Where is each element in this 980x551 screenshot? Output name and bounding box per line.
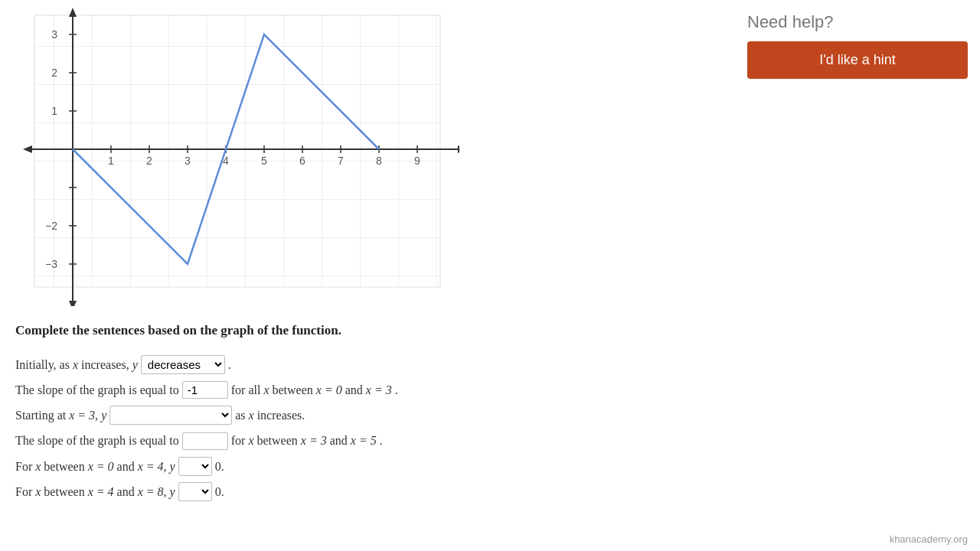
sentence-6: For x between x = 4 and x = 8, y < > = ≤… [15,481,704,502]
question-title: Complete the sentences based on the grap… [15,320,704,342]
s5-eq1: x = 0 [88,456,114,477]
s4-and: and [330,430,348,451]
s3-as: as [235,405,245,425]
s4-suffix: for [231,430,246,451]
svg-marker-6 [69,8,77,17]
svg-text:−2: −2 [45,220,57,232]
s2-slope-input[interactable] [182,381,228,399]
s5-eq2: x = 4, [138,456,167,477]
sentence-1: Initially, as x increases, y decreases i… [15,354,704,375]
s6-prefix: For [15,481,32,502]
s3-y: y [101,405,106,425]
s4-period: . [380,430,383,451]
s3-eq: x = 3, [69,405,98,425]
s2-x: x [263,380,269,400]
s3-prefix: Starting at [15,405,66,425]
function-graph: x 3 2 1 −2 −3 1 2 [15,8,459,306]
svg-text:−3: −3 [45,258,57,270]
s5-and: and [117,456,135,477]
s4-slope-input[interactable] [182,432,228,450]
svg-text:7: 7 [338,155,344,167]
s6-zero: 0. [215,481,224,502]
svg-text:3: 3 [185,155,191,167]
s6-between: between [44,481,84,502]
s1-x: x [73,354,78,375]
sentence-2: The slope of the graph is equal to for a… [15,380,704,400]
s2-period: . [395,380,398,400]
s6-x: x [35,481,41,502]
sentence-4: The slope of the graph is equal to for x… [15,430,704,451]
svg-text:2: 2 [51,67,57,79]
s5-zero: 0. [215,456,224,477]
sentence-5: For x between x = 0 and x = 4, y < > = ≤… [15,456,704,477]
s4-between: between [256,430,297,451]
s5-x: x [35,456,41,477]
s5-between: between [44,456,84,477]
s4-prefix: The slope of the graph is equal to [15,430,179,451]
svg-marker-4 [23,145,32,153]
hint-button[interactable]: I'd like a hint [747,41,968,79]
s1-behavior-dropdown[interactable]: decreases increases stays at [141,355,225,374]
s2-and: and [345,380,363,400]
s2-suffix: for all [231,380,261,400]
s4-eq2: x = 5 [351,430,377,451]
help-panel: Need help? I'd like a hint [735,0,980,91]
s1-y: y [132,354,138,375]
s1-middle: increases, [81,354,129,375]
s5-prefix: For [15,456,32,477]
s1-suffix: . [228,354,231,375]
s6-and: and [117,481,135,502]
s5-compare-dropdown[interactable]: < > = ≤ ≥ [178,457,212,476]
s1-prefix: Initially, as [15,354,70,375]
sentence-3: Starting at x = 3, y decreases increases… [15,405,704,425]
svg-text:1: 1 [108,155,114,167]
svg-text:2: 2 [146,155,152,167]
help-title: Need help? [747,12,968,32]
s2-eq1: x = 0 [316,380,342,400]
svg-text:5: 5 [261,155,267,167]
svg-text:9: 9 [414,155,420,167]
s2-between: between [272,380,312,400]
watermark: khanacademy.org [890,533,968,545]
svg-marker-3 [458,145,459,153]
svg-marker-7 [69,301,77,306]
svg-text:3: 3 [51,28,57,41]
s6-y: y [170,481,175,502]
s3-increases: increases. [257,405,305,425]
s6-eq1: x = 4 [88,481,114,502]
svg-text:8: 8 [376,155,382,167]
svg-text:1: 1 [51,105,57,117]
s6-eq2: x = 8, [138,481,167,502]
svg-text:6: 6 [299,155,305,167]
question-section: Complete the sentences based on the grap… [15,320,704,502]
s4-x: x [248,430,253,451]
s4-eq1: x = 3 [301,430,327,451]
s3-x: x [249,405,254,425]
s3-behavior-dropdown[interactable]: decreases increases stays at [109,406,232,425]
s2-prefix: The slope of the graph is equal to [15,380,179,400]
s2-eq2: x = 3 [366,380,392,400]
s6-compare-dropdown[interactable]: < > = ≤ ≥ [178,482,212,501]
graph-container: x 3 2 1 −2 −3 1 2 [15,8,459,306]
s5-y: y [170,456,175,477]
